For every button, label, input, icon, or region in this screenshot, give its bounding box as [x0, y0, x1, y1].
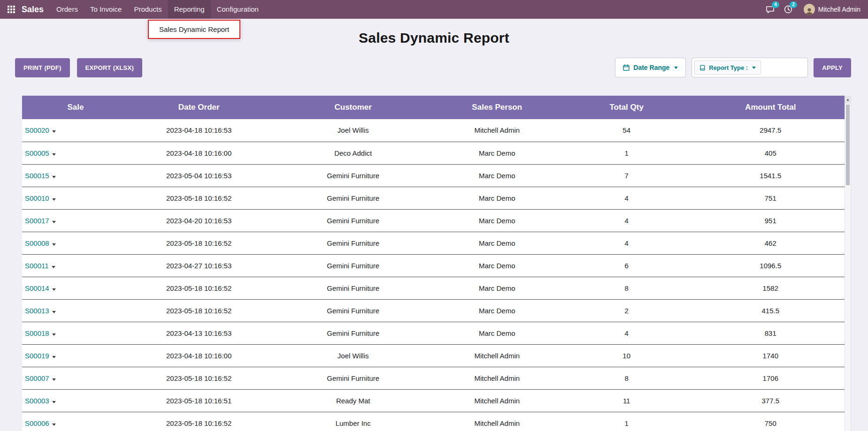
table-row: S00011 2023-04-27 10:16:53 Gemini Furnit…	[22, 254, 845, 277]
caret-down-icon[interactable]	[52, 266, 55, 268]
sale-order-link[interactable]: S00013	[25, 307, 49, 315]
caret-down-icon[interactable]	[52, 378, 56, 381]
vertical-scrollbar[interactable]: ▲	[845, 96, 851, 431]
apps-menu-button[interactable]	[8, 6, 17, 13]
sale-cell: S00005	[22, 142, 129, 164]
caret-down-icon[interactable]	[52, 333, 56, 336]
total-qty-cell: 6	[557, 254, 697, 277]
menu-item-sales-dynamic-report[interactable]: Sales Dynamic Report	[149, 21, 239, 38]
sale-order-link[interactable]: S00005	[25, 149, 49, 157]
caret-down-icon[interactable]	[52, 356, 56, 358]
sale-order-link[interactable]: S00008	[25, 239, 49, 247]
customer-cell: Gemini Furniture	[269, 299, 438, 322]
sales-person-cell: Marc Demo	[438, 254, 557, 277]
column-header-sales-person[interactable]: Sales Person	[438, 96, 557, 119]
sale-cell: S00020	[22, 119, 129, 142]
table-row: S00003 2023-05-18 10:16:51 Ready Mat Mit…	[22, 389, 845, 412]
reporting-dropdown-menu: Sales Dynamic Report	[148, 20, 240, 39]
sale-order-link[interactable]: S00014	[25, 284, 49, 292]
caret-down-icon[interactable]	[52, 198, 56, 201]
scrollbar-thumb[interactable]	[846, 105, 850, 185]
sales-person-cell: Marc Demo	[438, 322, 557, 344]
sale-order-link[interactable]: S00003	[25, 397, 49, 405]
date-order-cell: 2023-04-18 10:16:53	[129, 119, 269, 142]
caret-down-icon[interactable]	[52, 401, 56, 403]
nav-item-products[interactable]: Products	[128, 0, 168, 19]
user-name: Mitchell Admin	[818, 6, 860, 13]
customer-cell: Gemini Furniture	[269, 187, 438, 209]
column-header-date-order[interactable]: Date Order	[129, 96, 269, 119]
table-row: S00007 2023-05-18 10:16:52 Gemini Furnit…	[22, 367, 845, 389]
page-title: Sales Dynamic Report	[0, 30, 868, 46]
table-row: S00013 2023-05-18 10:16:52 Gemini Furnit…	[22, 299, 845, 322]
column-header-total-qty[interactable]: Total Qty	[557, 96, 697, 119]
nav-item-to-invoice[interactable]: To Invoice	[84, 0, 128, 19]
nav-item-configuration[interactable]: Configuration	[211, 0, 265, 19]
date-order-cell: 2023-04-20 10:16:53	[129, 209, 269, 232]
sales-person-cell: Marc Demo	[438, 299, 557, 322]
book-icon	[699, 65, 706, 71]
sales-person-cell: Marc Demo	[438, 187, 557, 209]
amount-total-cell: 1582	[697, 277, 845, 299]
column-header-sale[interactable]: Sale	[22, 96, 129, 119]
apps-grid-icon	[8, 6, 15, 13]
messages-button[interactable]: 4	[761, 0, 779, 19]
user-menu[interactable]: Mitchell Admin	[804, 4, 860, 15]
nav-item-reporting[interactable]: Reporting	[168, 0, 211, 19]
caret-down-icon[interactable]	[52, 130, 56, 133]
activities-button[interactable]: 2	[779, 0, 797, 19]
customer-cell: Ready Mat	[269, 389, 438, 412]
avatar	[804, 4, 815, 15]
sale-cell: S00013	[22, 299, 129, 322]
scroll-up-arrow[interactable]: ▲	[845, 96, 851, 104]
caret-down-icon[interactable]	[52, 221, 56, 223]
table-row: S00008 2023-05-18 10:16:52 Gemini Furnit…	[22, 232, 845, 254]
sale-order-link[interactable]: S00020	[25, 126, 49, 134]
caret-down-icon[interactable]	[52, 176, 56, 178]
table-row: S00020 2023-04-18 10:16:53 Joel Willis M…	[22, 119, 845, 142]
amount-total-cell: 377.5	[697, 389, 845, 412]
nav-item-orders[interactable]: Orders	[50, 0, 84, 19]
sale-order-link[interactable]: S00010	[25, 194, 49, 202]
customer-cell: Deco Addict	[269, 142, 438, 164]
caret-down-icon[interactable]	[52, 423, 56, 426]
date-range-dropdown-button[interactable]: Date Range	[615, 58, 686, 77]
report-type-label: Report Type :	[709, 64, 748, 71]
amount-total-cell: 462	[697, 232, 845, 254]
sale-order-link[interactable]: S00011	[25, 262, 49, 270]
column-header-customer[interactable]: Customer	[269, 96, 438, 119]
total-qty-cell: 8	[557, 277, 697, 299]
sales-person-cell: Marc Demo	[438, 209, 557, 232]
date-order-cell: 2023-04-13 10:16:53	[129, 322, 269, 344]
print-pdf-button[interactable]: PRINT (PDF)	[15, 58, 70, 77]
sale-order-link[interactable]: S00017	[25, 217, 49, 225]
report-type-dropdown-button[interactable]: Report Type :	[694, 60, 761, 75]
export-xlsx-button[interactable]: EXPORT (XLSX)	[77, 58, 143, 77]
apply-button[interactable]: APPLY	[814, 58, 851, 77]
total-qty-cell: 7	[557, 164, 697, 187]
caret-down-icon[interactable]	[52, 153, 56, 156]
sale-order-link[interactable]: S00019	[25, 352, 49, 360]
caret-down-icon[interactable]	[52, 243, 56, 246]
amount-total-cell: 751	[697, 187, 845, 209]
table-row: S00010 2023-05-18 10:16:52 Gemini Furnit…	[22, 187, 845, 209]
date-order-cell: 2023-04-18 10:16:00	[129, 142, 269, 164]
sale-cell: S00006	[22, 412, 129, 431]
customer-cell: Gemini Furniture	[269, 254, 438, 277]
app-name[interactable]: Sales	[22, 5, 44, 15]
column-header-amount-total[interactable]: Amount Total	[697, 96, 845, 119]
sale-order-link[interactable]: S00018	[25, 329, 49, 337]
amount-total-cell: 1740	[697, 344, 845, 367]
caret-down-icon[interactable]	[52, 288, 56, 291]
top-navbar: Sales Orders To Invoice Products Reporti…	[0, 0, 868, 19]
caret-down-icon[interactable]	[52, 311, 56, 313]
total-qty-cell: 8	[557, 367, 697, 389]
sales-person-cell: Mitchell Admin	[438, 389, 557, 412]
amount-total-cell: 951	[697, 209, 845, 232]
customer-cell: Gemini Furniture	[269, 232, 438, 254]
sale-order-link[interactable]: S00007	[25, 374, 49, 382]
sale-order-link[interactable]: S00006	[25, 419, 49, 427]
sale-order-link[interactable]: S00015	[25, 172, 49, 180]
table-header-row: Sale Date Order Customer Sales Person To…	[22, 96, 845, 119]
sale-cell: S00003	[22, 389, 129, 412]
